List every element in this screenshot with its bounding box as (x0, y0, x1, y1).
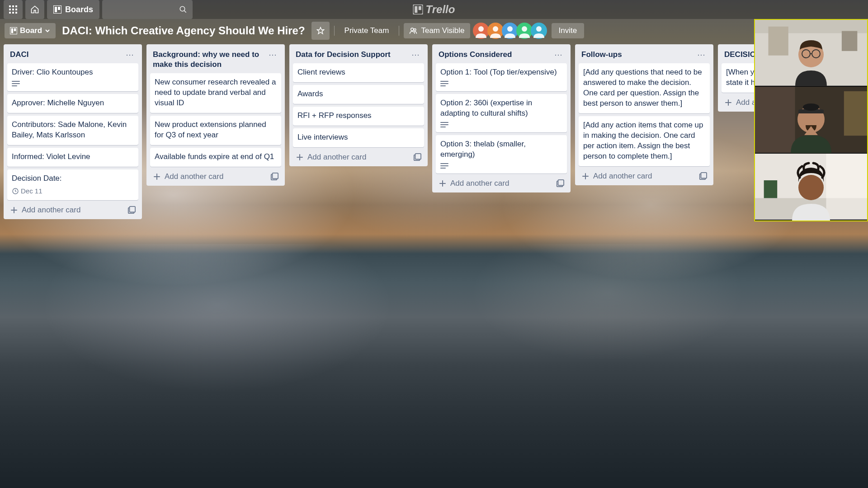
card-template-button[interactable] (556, 179, 564, 188)
card-text: Awards (297, 89, 420, 99)
video-call-overlay[interactable] (754, 19, 868, 221)
card-text: Decision Date: (12, 174, 134, 184)
card[interactable]: RFI + RFP responses (293, 107, 424, 126)
topbar: Boards Trello (0, 0, 868, 19)
svg-point-69 (803, 103, 819, 111)
card[interactable]: Option 1: Tool (Top tier/expensive) (436, 63, 567, 91)
svg-rect-15 (415, 6, 417, 13)
svg-point-29 (522, 26, 527, 32)
card[interactable]: New consumer research revealed a need to… (150, 73, 281, 113)
card-text: Driver: Clio Kountoupes (12, 67, 134, 78)
svg-rect-37 (130, 206, 136, 212)
card-text: RFI + RFP responses (297, 111, 420, 121)
svg-rect-60 (842, 31, 857, 51)
list-title[interactable]: DACI (10, 50, 29, 60)
board-header: Board DACI: Which Creative Agency Should… (0, 19, 868, 42)
card[interactable]: [Add any action items that come up in ma… (579, 116, 710, 166)
search-input[interactable] (102, 0, 193, 19)
home-button[interactable] (25, 0, 44, 19)
video-tile[interactable] (755, 87, 867, 154)
avatar[interactable] (487, 23, 504, 39)
card[interactable]: Client reviews (293, 63, 424, 82)
privacy-label[interactable]: Private Team (339, 23, 395, 38)
svg-point-12 (180, 6, 185, 11)
card-text: [Add any action items that come up in ma… (583, 120, 705, 162)
description-icon (440, 80, 448, 87)
apps-menu-button[interactable] (4, 0, 23, 19)
card[interactable]: Driver: Clio Kountoupes (7, 63, 138, 91)
avatar[interactable] (473, 23, 489, 39)
video-tile[interactable] (755, 154, 867, 221)
invite-button[interactable]: Invite (552, 23, 585, 38)
avatar[interactable] (516, 23, 533, 39)
card-template-button[interactable] (270, 173, 278, 181)
add-card-button[interactable]: Add another card (10, 206, 80, 215)
avatar[interactable] (531, 23, 547, 39)
card-template-button[interactable] (127, 206, 136, 214)
svg-rect-10 (55, 7, 57, 12)
description-icon (440, 163, 448, 169)
board-members[interactable] (475, 23, 547, 39)
list-menu-button[interactable]: ⋯ (267, 50, 278, 60)
svg-point-74 (798, 175, 824, 200)
list-menu-button[interactable]: ⋯ (410, 50, 421, 60)
card[interactable]: New product extensions planned for Q3 of… (150, 116, 281, 145)
list-title[interactable]: Follow-ups (581, 50, 622, 60)
svg-rect-2 (15, 5, 17, 7)
avatar[interactable] (502, 23, 518, 39)
boards-button[interactable]: Boards (47, 0, 99, 19)
card-text: Contributors: Sade Malone, Kevin Bailey,… (12, 120, 134, 141)
list-menu-button[interactable]: ⋯ (695, 50, 707, 60)
list: DACI⋯Driver: Clio KountoupesApprover: Mi… (4, 44, 142, 219)
svg-point-31 (536, 26, 542, 32)
divider (399, 26, 399, 36)
list-title[interactable]: Background: why we need to make this dec… (153, 50, 267, 70)
brand-logo[interactable]: Trello (413, 3, 455, 16)
svg-rect-14 (413, 5, 423, 14)
card[interactable]: Live interviews (293, 128, 424, 147)
svg-rect-9 (53, 5, 61, 14)
video-tile[interactable] (755, 20, 867, 87)
card-text: New product extensions planned for Q3 of… (155, 120, 277, 141)
boards-label: Boards (65, 5, 93, 14)
grid-icon (9, 5, 17, 14)
svg-rect-54 (701, 172, 707, 178)
home-icon (30, 5, 39, 14)
card[interactable]: Option 3: thelab (smaller, emerging) (436, 135, 567, 174)
add-card-button[interactable]: Add another card (296, 153, 366, 162)
card[interactable]: Available funds expire at end of Q1 (150, 148, 281, 167)
add-card-button[interactable]: Add another card (581, 172, 652, 181)
svg-point-21 (414, 29, 416, 31)
list-title[interactable]: Data for Decision Support (296, 50, 391, 60)
card[interactable]: Decision Date:Dec 11 (7, 169, 138, 200)
list-title[interactable]: Options Considered (439, 50, 512, 60)
card[interactable]: Informed: Violet Levine (7, 148, 138, 167)
svg-rect-16 (419, 6, 421, 10)
card-template-button[interactable] (413, 153, 421, 161)
chevron-down-icon (45, 28, 50, 33)
card[interactable]: Contributors: Sade Malone, Kevin Bailey,… (7, 116, 138, 145)
board-title[interactable]: DACI: Which Creative Agency Should We Hi… (60, 24, 307, 37)
board-view-switcher[interactable]: Board (5, 23, 56, 38)
star-button[interactable] (311, 22, 330, 40)
add-card-button[interactable]: Add another card (439, 179, 509, 188)
svg-rect-18 (11, 28, 13, 33)
list-menu-button[interactable]: ⋯ (124, 50, 136, 60)
svg-rect-5 (15, 9, 17, 10)
list-menu-button[interactable]: ⋯ (552, 50, 564, 60)
list: Follow-ups⋯[Add any questions that need … (575, 44, 713, 185)
card[interactable]: Awards (293, 85, 424, 104)
card-template-button[interactable] (699, 172, 707, 180)
svg-rect-7 (12, 12, 14, 14)
card[interactable]: Approver: Michelle Nguyen (7, 94, 138, 113)
card[interactable]: Option 2: 360i (expertise in adapting to… (436, 94, 567, 132)
star-icon (316, 27, 325, 35)
add-card-button[interactable]: Add another card (153, 172, 223, 181)
svg-point-27 (507, 26, 513, 32)
svg-rect-1 (12, 5, 14, 7)
svg-rect-41 (415, 154, 421, 160)
card-text: New consumer research revealed a need to… (155, 77, 277, 108)
visibility-button[interactable]: Team Visible (404, 23, 470, 38)
card[interactable]: [Add any questions that need to be answe… (579, 63, 710, 113)
trello-logo-icon (413, 5, 423, 14)
